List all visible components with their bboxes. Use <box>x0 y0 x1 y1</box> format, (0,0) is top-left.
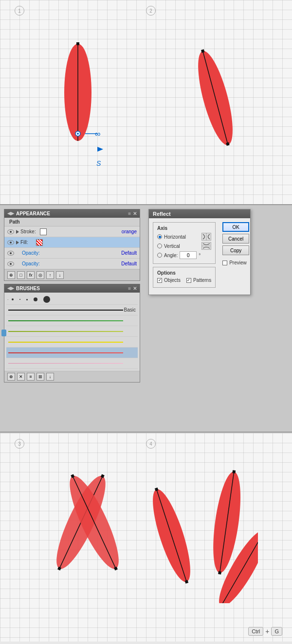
vertical-radio-row[interactable]: Vertical <box>157 242 211 250</box>
brush-yellow-line <box>8 342 123 343</box>
canvas-bottom: 3 4 <box>0 433 292 642</box>
brushes-panel-header: ◀▶ BRUSHES ≡ ✕ <box>4 284 140 293</box>
ok-button[interactable]: OK <box>222 222 249 232</box>
step-3-label: 3 <box>15 439 24 449</box>
shape-1 <box>58 39 97 146</box>
brushes-scroll-indicator[interactable] <box>1 330 6 336</box>
appearance-body: Path Stroke: orange Fill: <box>4 218 140 269</box>
opacity1-row: Opacity: Default <box>4 248 140 259</box>
brush-red-line <box>8 352 123 353</box>
step-1-label: 1 <box>15 6 24 16</box>
patterns-checkbox[interactable] <box>186 278 191 283</box>
move-down-icon[interactable]: ↓ <box>56 271 64 279</box>
new-layer-icon[interactable]: ⊕ <box>7 271 15 279</box>
brush-yellowgreen-row[interactable] <box>6 326 138 337</box>
new-brush-icon[interactable]: ⊕ <box>7 373 15 381</box>
brush-expand-icon[interactable]: ⊞ <box>36 373 44 381</box>
brush-dot-lg[interactable] <box>43 296 50 303</box>
vertical-label: Vertical <box>164 244 180 249</box>
preview-label: Preview <box>229 260 247 265</box>
angle-radio-row[interactable]: Angle: ° <box>157 251 211 259</box>
brushes-body: · Basic <box>4 293 140 371</box>
horizontal-reflect-icon <box>201 233 211 241</box>
svg-rect-27 <box>218 571 221 574</box>
move-cursor-infinity: ∞ <box>95 130 100 139</box>
reflect-dialog-body: Axis Horizontal <box>149 218 250 295</box>
svg-point-20 <box>151 486 198 585</box>
horizontal-radio[interactable] <box>157 234 162 239</box>
options-label: Options <box>157 270 211 276</box>
svg-rect-2 <box>76 42 79 45</box>
brush-yellow-row[interactable] <box>6 337 138 348</box>
cursor-label: S <box>96 159 101 167</box>
brush-pink-line <box>8 363 123 364</box>
move-up-icon[interactable]: ↑ <box>46 271 54 279</box>
objects-checkbox-row: Objects Patterns <box>157 278 211 283</box>
cancel-button[interactable]: Cancel <box>222 234 249 244</box>
brush-options-icon[interactable]: ≡ <box>27 373 35 381</box>
brushes-panel: ◀▶ BRUSHES ≡ ✕ · <box>4 284 140 383</box>
opacity2-label: Opacity: <box>22 261 40 266</box>
opacity2-row: Opacity: Default <box>4 259 140 269</box>
brush-dot-xxs[interactable] <box>19 299 20 300</box>
reflect-dialog: Reflect Axis Horizontal <box>148 209 251 295</box>
shape-2 <box>190 39 248 165</box>
fill-row: Fill: <box>4 237 140 248</box>
stroke-color-swatch[interactable] <box>40 228 47 235</box>
stroke-row: Stroke: orange <box>4 226 140 237</box>
opacity2-eye-icon <box>7 261 14 266</box>
angle-radio[interactable] <box>157 253 162 258</box>
reflect-dialog-container: Reflect Axis Horizontal <box>148 209 251 295</box>
delete-brush-icon[interactable]: ✕ <box>17 373 25 381</box>
brush-yellowgreen-line <box>8 331 123 332</box>
appearance-title: APPEARANCE <box>16 211 50 216</box>
appearance-footer: ⊕ □ fx ◎ ↑ ↓ <box>4 269 140 280</box>
dialog-buttons: OK Cancel Copy Preview <box>222 222 249 291</box>
preview-checkbox-row: Preview <box>222 260 249 265</box>
appearance-panel: ◀▶ APPEARANCE ≡ ✕ Path Stroke: <box>4 209 140 281</box>
objects-label: Objects <box>164 278 181 283</box>
reflect-dialog-titlebar: Reflect <box>149 209 250 218</box>
brush-dot-none[interactable]: · <box>7 297 9 302</box>
step-4-label: 4 <box>146 439 156 449</box>
preview-checkbox[interactable] <box>222 261 227 265</box>
fill-color-swatch[interactable] <box>36 239 43 246</box>
opacity1-label: Opacity: <box>22 250 40 256</box>
vertical-radio[interactable] <box>157 244 162 248</box>
brush-dot-md[interactable] <box>34 297 37 301</box>
copy-button[interactable]: Copy <box>222 245 249 255</box>
brush-collapse-icon[interactable]: ↓ <box>46 373 54 381</box>
brush-basic-row[interactable]: Basic <box>6 305 138 315</box>
angle-input[interactable] <box>180 251 197 259</box>
svg-rect-26 <box>232 470 236 473</box>
brush-dot-xs[interactable] <box>12 298 14 300</box>
path-label: Path <box>9 219 20 225</box>
brush-green-row[interactable] <box>6 315 138 326</box>
brushes-footer: ⊕ ✕ ≡ ⊞ ↓ <box>4 371 140 382</box>
shape-3 <box>49 457 127 593</box>
objects-checkbox[interactable] <box>157 278 162 283</box>
brush-red-row[interactable] <box>6 348 138 358</box>
fill-label: Fill: <box>20 240 28 245</box>
delete-icon[interactable]: □ <box>17 271 25 279</box>
axis-section: Axis Horizontal <box>153 222 216 264</box>
brushes-title: BRUSHES <box>16 286 40 291</box>
brush-basic-line <box>8 310 123 311</box>
visibility-icon[interactable]: ◎ <box>36 271 44 279</box>
plus-sign: + <box>265 627 269 635</box>
svg-point-4 <box>77 133 79 135</box>
angle-label: Angle: <box>164 253 178 258</box>
horizontal-label: Horizontal <box>164 234 186 240</box>
opacity1-eye-icon <box>7 251 14 256</box>
horizontal-radio-row[interactable]: Horizontal <box>157 233 211 241</box>
ctrl-key: Ctrl <box>248 627 263 636</box>
stroke-label: Stroke: <box>20 229 36 234</box>
opacity2-value: Default <box>121 261 137 266</box>
reflect-title: Reflect <box>153 211 171 217</box>
brush-dot-sm[interactable] <box>26 299 28 300</box>
canvas-top: 1 2 ∞ S <box>0 0 292 204</box>
shape-4 <box>151 448 258 603</box>
step-2-label: 2 <box>146 6 156 16</box>
fx-icon[interactable]: fx <box>27 271 35 279</box>
brush-pink-row[interactable] <box>6 358 138 369</box>
